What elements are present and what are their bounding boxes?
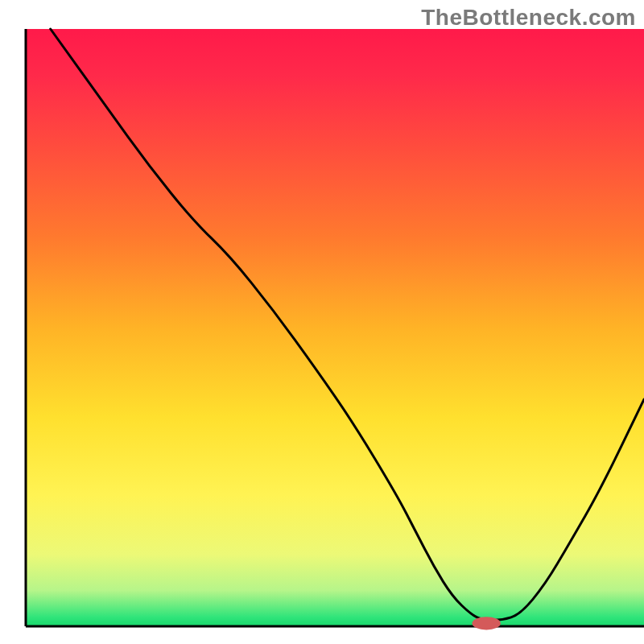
watermark-text: TheBottleneck.com <box>421 5 636 31</box>
plot-svg <box>0 0 644 644</box>
optimum-marker <box>472 617 500 630</box>
bottleneck-chart: TheBottleneck.com <box>0 0 644 644</box>
plot-background <box>26 29 644 626</box>
